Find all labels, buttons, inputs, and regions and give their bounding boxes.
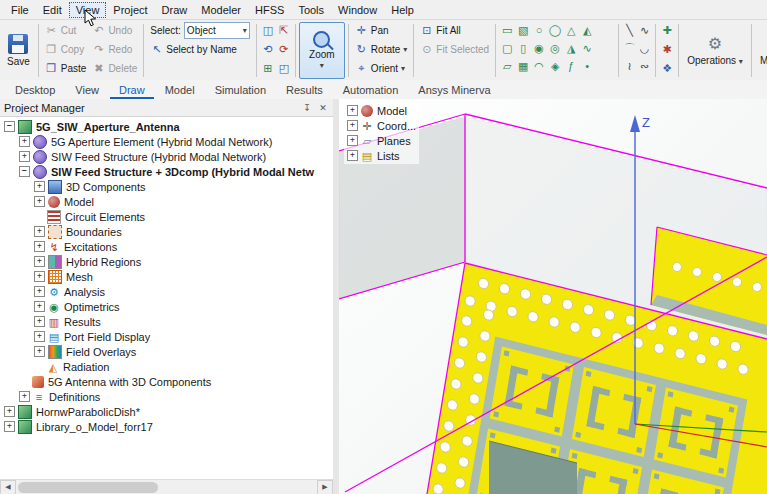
expand-toggle[interactable]: + [34, 241, 45, 252]
draw-polygon-button[interactable]: △ [563, 21, 579, 39]
horizontal-scrollbar[interactable]: ◀ ▶ [0, 479, 333, 494]
unite-button[interactable]: ✚ [659, 21, 675, 40]
draw-plane-button[interactable]: ▱ [499, 57, 515, 75]
draw-cylinder-button[interactable]: ▯ [515, 39, 531, 57]
menu-help[interactable]: Help [384, 2, 421, 18]
paste-button[interactable]: ❒Paste [42, 59, 90, 78]
tree-item-5g-aperture-element-hybrid-mod[interactable]: +5G Aperture Element (Hybrid Modal Netwo… [0, 134, 333, 149]
draw-rounded-rectangle-button[interactable]: ▢ [499, 39, 515, 57]
expand-toggle[interactable]: + [34, 226, 45, 237]
pan-button[interactable]: ✛Pan [352, 21, 410, 40]
ribbon-tab-simulation[interactable]: Simulation [206, 82, 275, 99]
draw-arc-face-button[interactable]: ◠ [531, 57, 547, 75]
select-by-name-button[interactable]: ↖ Select by Name [147, 40, 253, 59]
redo-button[interactable]: ↷Redo [89, 40, 140, 59]
measure-button[interactable]: ⊿ Measure ▾ [755, 21, 767, 80]
rotate-cw-button[interactable]: ⟳ [276, 40, 292, 59]
expand-toggle[interactable]: + [4, 421, 15, 432]
expand-toggle[interactable]: + [34, 346, 45, 357]
orient-button[interactable]: ⌖Orient▾ [352, 59, 410, 78]
expand-toggle[interactable]: + [347, 120, 358, 131]
offset-duplicate-button[interactable]: ⇱ [276, 21, 292, 40]
draw-grid-button[interactable]: ▦ [515, 57, 531, 75]
tree-item-5g-siw-aperture-antenna[interactable]: −5G_SIW_Aperture_Antenna [0, 119, 333, 134]
draw-cone-button[interactable]: ◮ [563, 39, 579, 57]
ribbon-tab-view[interactable]: View [66, 82, 108, 99]
expand-toggle[interactable]: + [347, 150, 358, 161]
expand-toggle[interactable]: + [34, 286, 45, 297]
scrollbar-track[interactable] [16, 481, 317, 494]
mirror-duplicate-button[interactable]: ◫ [260, 21, 276, 40]
expand-toggle[interactable]: + [34, 181, 45, 192]
scale-button[interactable]: ◰ [276, 59, 292, 78]
tree-item-optimetrics[interactable]: +◉Optimetrics [0, 299, 333, 314]
draw-helix-button[interactable]: ∿ [579, 39, 595, 57]
menu-view[interactable]: View [69, 2, 107, 18]
menu-edit[interactable]: Edit [36, 2, 69, 18]
ribbon-tab-draw[interactable]: Draw [110, 82, 154, 99]
tree-item-lists[interactable]: +▤Lists [347, 148, 416, 163]
tree-item-planes[interactable]: +▱Planes [347, 133, 416, 148]
draw-point-button[interactable]: • [579, 57, 595, 75]
expand-toggle[interactable]: + [34, 331, 45, 342]
fit-selected-button[interactable]: ⊙Fit Selected [417, 40, 492, 59]
collapse-toggle[interactable]: − [19, 166, 30, 177]
draw-box-button[interactable]: ▧ [515, 21, 531, 39]
tree-item-library-o-model-forr17[interactable]: +Library_o_Model_forr17 [0, 419, 333, 434]
copy-button[interactable]: ❐Copy [42, 40, 90, 59]
tree-item-field-overlays[interactable]: +Field Overlays [0, 344, 333, 359]
draw-spline-button[interactable]: ∿ [637, 21, 652, 39]
ribbon-tab-ansys-minerva[interactable]: Ansys Minerva [409, 82, 499, 99]
save-button[interactable]: Save [2, 21, 35, 80]
scroll-left-arrow[interactable]: ◀ [0, 480, 16, 494]
expand-toggle[interactable]: + [4, 406, 15, 417]
align-grid-button[interactable]: ⊞ [260, 59, 276, 78]
tree-item-coord-[interactable]: +✛Coord... [347, 118, 416, 133]
tree-item-hornwparabolicdish-[interactable]: +HornwParabolicDish* [0, 404, 333, 419]
expand-toggle[interactable]: + [34, 196, 45, 207]
draw-prism-button[interactable]: ◭ [579, 21, 595, 39]
draw-torus-button[interactable]: ◎ [547, 39, 563, 57]
scrollbar-thumb[interactable] [18, 482, 158, 493]
zoom-button[interactable]: Zoom ▾ [299, 22, 345, 79]
tree-item-results[interactable]: +▥Results [0, 314, 333, 329]
ribbon-tab-model[interactable]: Model [156, 82, 204, 99]
tree-item-definitions[interactable]: +≡Definitions [0, 389, 333, 404]
tree-item-siw-feed-structure-hybrid-moda[interactable]: +SIW Feed Structure (Hybrid Modal Networ… [0, 149, 333, 164]
tree-item-analysis[interactable]: +⚙Analysis [0, 284, 333, 299]
expand-toggle[interactable]: + [34, 316, 45, 327]
expand-toggle[interactable]: + [34, 271, 45, 282]
ribbon-tab-results[interactable]: Results [277, 82, 332, 99]
draw-arc-3pt-button[interactable]: ◡ [637, 39, 652, 57]
cut-button[interactable]: ✂Cut [42, 21, 90, 40]
menu-project[interactable]: Project [106, 2, 154, 18]
expand-toggle[interactable]: + [19, 151, 30, 162]
tree-item-3d-components[interactable]: +3D Components [0, 179, 333, 194]
draw-sphere-button[interactable]: ◉ [531, 39, 547, 57]
menu-hfss[interactable]: HFSS [248, 2, 291, 18]
tree-item-hybrid-regions[interactable]: +Hybrid Regions [0, 254, 333, 269]
draw-equation-curve-button[interactable]: ƒ [563, 57, 579, 75]
scroll-right-arrow[interactable]: ▶ [317, 480, 333, 494]
ribbon-tab-automation[interactable]: Automation [334, 82, 408, 99]
operations-button[interactable]: ⚙ Operations ▾ [682, 21, 748, 80]
rotate-button[interactable]: ↻Rotate▾ [352, 40, 410, 59]
tree-item-model[interactable]: +Model [347, 103, 416, 118]
draw-circle-button[interactable]: ○ [531, 21, 547, 39]
menu-file[interactable]: File [4, 2, 36, 18]
draw-polyline-button[interactable]: ≀ [622, 57, 637, 75]
close-icon[interactable]: ✕ [317, 103, 329, 113]
menu-window[interactable]: Window [331, 2, 384, 18]
fit-all-button[interactable]: ⊡Fit All [417, 21, 492, 40]
draw-rectangle-button[interactable]: ▭ [499, 21, 515, 39]
menu-modeler[interactable]: Modeler [194, 2, 248, 18]
tree-item-excitations[interactable]: +↯Excitations [0, 239, 333, 254]
expand-toggle[interactable]: + [34, 301, 45, 312]
subtract-button[interactable]: ✱ [659, 40, 675, 59]
tree-item-model[interactable]: +Model [0, 194, 333, 209]
tree-item-port-field-display[interactable]: +▤Port Field Display [0, 329, 333, 344]
menu-tools[interactable]: Tools [291, 2, 331, 18]
draw-sweep-button[interactable]: ∾ [637, 57, 652, 75]
tree-item-boundaries[interactable]: +Boundaries [0, 224, 333, 239]
delete-button[interactable]: ✖Delete [89, 59, 140, 78]
